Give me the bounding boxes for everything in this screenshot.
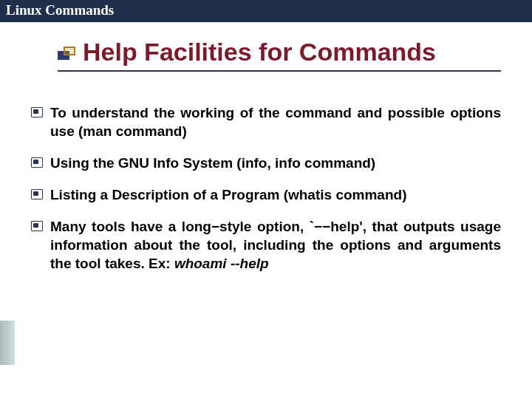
- bullet-item: To understand the working of the command…: [31, 103, 501, 140]
- bullet-text: Using the GNU Info System (info, info co…: [50, 154, 375, 172]
- slide-title: Help Facilities for Commands: [83, 38, 436, 66]
- header-bar: Linux Commands: [0, 0, 532, 22]
- bullet-text-main: Many tools have a long−style option, `−−…: [50, 219, 501, 271]
- bullet-text: Listing a Description of a Program (what…: [50, 185, 406, 204]
- title-row: Help Facilities for Commands: [58, 38, 501, 66]
- overlapping-squares-icon: [58, 47, 77, 61]
- bullet-example: whoami --help: [174, 256, 269, 271]
- bullet-item: Listing a Description of a Program (what…: [31, 185, 501, 204]
- bullet-text: To understand the working of the command…: [50, 103, 501, 140]
- bullet-icon: [31, 221, 43, 231]
- header-title: Linux Commands: [6, 2, 114, 18]
- bullet-item: Many tools have a long−style option, `−−…: [31, 217, 501, 273]
- content-area: To understand the working of the command…: [31, 103, 501, 287]
- bullet-icon: [31, 157, 43, 168]
- bullet-item: Using the GNU Info System (info, info co…: [31, 154, 501, 172]
- bullet-icon: [31, 107, 43, 117]
- bullet-text: Many tools have a long−style option, `−−…: [50, 217, 501, 273]
- title-underline: [58, 70, 501, 72]
- decoration-left-stub: [0, 321, 15, 365]
- bullet-icon: [31, 189, 43, 200]
- title-block: Help Facilities for Commands: [58, 38, 501, 72]
